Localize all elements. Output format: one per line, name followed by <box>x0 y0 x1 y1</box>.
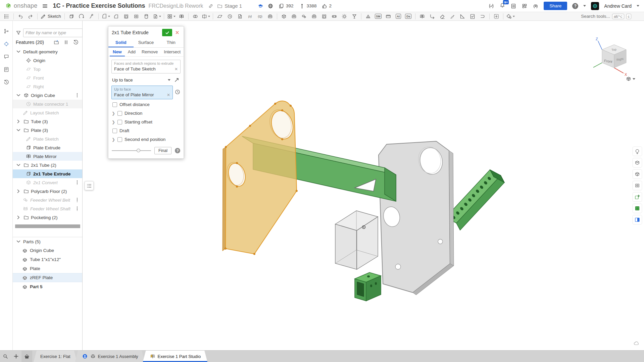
checkbox[interactable] <box>117 120 122 124</box>
new-folder-icon[interactable] <box>53 39 59 45</box>
tab-thin[interactable]: Thin <box>158 38 184 47</box>
undo-button[interactable] <box>16 12 25 20</box>
onshape-logo-icon[interactable] <box>5 3 11 9</box>
main-menu-icon[interactable] <box>42 3 48 9</box>
preview-slider[interactable] <box>112 150 151 151</box>
gear-generator-button[interactable] <box>340 12 349 20</box>
feature-check-button[interactable] <box>468 12 477 20</box>
sweep-button[interactable] <box>87 12 96 20</box>
revolve-button[interactable] <box>77 12 86 20</box>
checkbox[interactable] <box>117 137 122 142</box>
user-menu-caret-icon[interactable] <box>637 5 639 7</box>
feature-row[interactable]: Polycarb Floor (2) <box>13 187 82 196</box>
share-button[interactable]: Share <box>544 2 567 10</box>
notifications-button[interactable]: 9+ <box>499 2 505 10</box>
frame-studio-button[interactable] <box>384 12 393 20</box>
shell-button[interactable] <box>121 12 131 20</box>
sketch-button[interactable]: Sketch <box>40 12 62 20</box>
filter-input[interactable] <box>23 29 83 37</box>
panel-insert-button[interactable] <box>3 41 9 48</box>
rib-button[interactable] <box>142 12 151 20</box>
feature-row[interactable]: 2x1 Tube Extrude <box>13 169 82 178</box>
part-row[interactable]: Origin Cube <box>13 246 82 255</box>
chamfer-button[interactable] <box>111 12 121 20</box>
likes-stat[interactable]: 2 <box>321 3 332 9</box>
home-tab-button[interactable] <box>21 351 32 362</box>
parts-header-row[interactable]: Parts (5) <box>13 237 82 246</box>
mode-add[interactable]: Add <box>125 48 139 56</box>
mate-connector-icon[interactable] <box>175 89 181 95</box>
feature-row[interactable]: Default geometry <box>13 47 82 56</box>
viewcube-top-label[interactable]: Top <box>611 48 617 52</box>
end-condition-select[interactable]: Up to face <box>111 75 181 84</box>
delete-face-button[interactable] <box>438 12 447 20</box>
feature-row[interactable]: Tube (3) <box>13 117 82 126</box>
rollback-bar[interactable] <box>15 224 80 228</box>
feature-row[interactable]: Front <box>13 73 82 82</box>
tab-solid[interactable]: Solid <box>108 38 134 47</box>
expander-chevron-icon[interactable]: ❯ <box>112 137 115 142</box>
feature-row[interactable]: 2x1 Convert <box>13 178 82 187</box>
origin-marker-button[interactable] <box>492 12 501 20</box>
move-face-button[interactable] <box>448 12 457 20</box>
checkbox[interactable] <box>117 111 122 116</box>
ai-advisor-button[interactable]: Ai <box>394 12 403 20</box>
apps-grid-icon[interactable] <box>522 3 528 9</box>
part-row[interactable]: Part 5 <box>13 282 82 291</box>
feature-list-toggle-button[interactable] <box>2 12 11 20</box>
drag-dots-icon[interactable] <box>74 179 80 186</box>
drag-dots-icon[interactable] <box>74 92 80 98</box>
feature-row[interactable]: Plate (3) <box>13 126 82 135</box>
design-studio-button[interactable]: Ds <box>404 12 413 20</box>
belt-generator-button[interactable] <box>299 12 309 20</box>
link-icon[interactable] <box>208 3 214 9</box>
featurescript-check-icon[interactable] <box>488 3 494 9</box>
plane-button[interactable] <box>215 12 225 20</box>
drag-dots-icon[interactable] <box>74 206 80 212</box>
slider-knob[interactable] <box>137 149 140 152</box>
sheet-metal-button[interactable]: SM <box>374 12 383 20</box>
feature-row[interactable]: Pocketing (2) <box>13 213 82 222</box>
split-viewport-button[interactable] <box>633 215 642 224</box>
feature-row[interactable]: Origin <box>13 56 82 65</box>
feature-row[interactable]: Origin Cube <box>13 91 82 100</box>
fillet-button[interactable] <box>101 12 111 20</box>
section-view-button[interactable] <box>633 181 642 190</box>
mode-intersect[interactable]: Intersect <box>161 48 184 56</box>
panel-comments-button[interactable] <box>3 54 9 61</box>
clear-face-icon[interactable]: ✕ <box>167 93 170 97</box>
search-tools[interactable]: Search tools... alt/⌥ c <box>581 14 631 19</box>
confirm-button[interactable] <box>162 29 172 36</box>
derived-part-button[interactable] <box>417 12 427 20</box>
option-offset-distance[interactable]: Offset distance <box>108 100 184 109</box>
tab-surface[interactable]: Surface <box>134 38 159 47</box>
boolean-button[interactable] <box>191 12 200 20</box>
feature-row[interactable]: Right <box>13 82 82 91</box>
option-draft[interactable]: Draft <box>108 126 184 135</box>
mate-connector-button[interactable] <box>225 12 235 20</box>
expander-chevron-icon[interactable]: ❯ <box>112 120 115 124</box>
learning-indicator[interactable] <box>257 3 263 9</box>
measure-button[interactable] <box>363 12 373 20</box>
mode-remove[interactable]: Remove <box>139 48 161 56</box>
derived-button[interactable] <box>235 12 245 20</box>
copies-stat[interactable]: 392 <box>278 3 294 9</box>
panel-structure-button[interactable] <box>3 28 9 35</box>
ai-assistant-icon[interactable] <box>533 3 539 9</box>
chevron-down-icon[interactable] <box>15 239 21 245</box>
feature-row[interactable]: Feeder Wheel Shaft <box>13 204 82 213</box>
show-hide-button[interactable] <box>633 193 642 201</box>
tube-converter-button[interactable] <box>330 12 339 20</box>
mode-new[interactable]: New <box>110 48 125 56</box>
feature-row[interactable]: Plate Extrude <box>13 143 82 152</box>
final-button[interactable]: Final <box>154 147 171 154</box>
modify-fillet-button[interactable] <box>152 12 162 20</box>
workspace-location[interactable]: Stage 1 <box>225 3 242 9</box>
rollback-history-icon[interactable] <box>73 39 79 45</box>
checkbox[interactable] <box>112 128 117 133</box>
feature-list-flyout-handle[interactable] <box>85 181 94 190</box>
feature-row[interactable]: Feeeder Wheel Belt <box>13 196 82 204</box>
document-tab[interactable]: Exercise 1: Flat <box>34 351 77 362</box>
suppress-pause-icon[interactable] <box>63 39 69 45</box>
part-row[interactable]: Tube 1"x1"x12" <box>13 255 82 264</box>
